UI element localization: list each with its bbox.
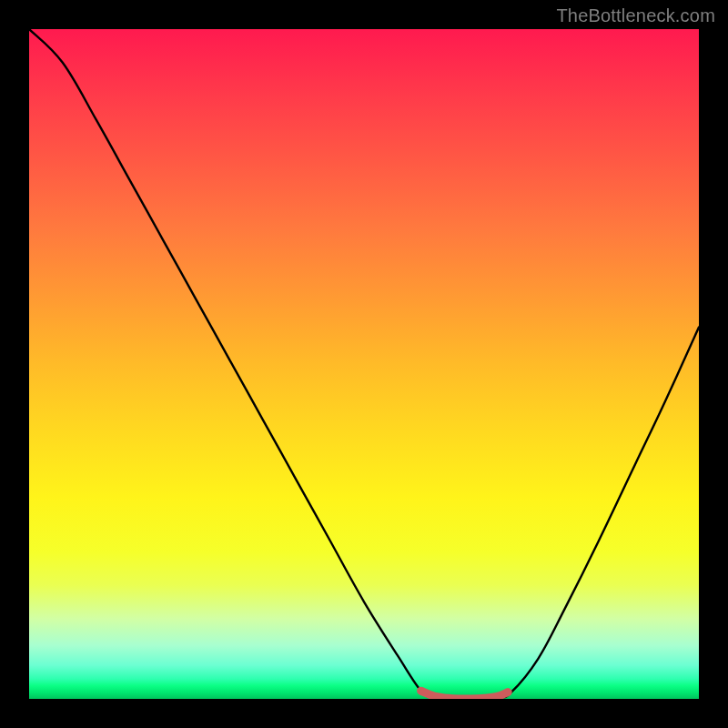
valley-marker [421,691,509,699]
curve-layer [29,29,699,699]
plot-area [29,29,699,699]
main-curve [29,29,699,699]
watermark-text: TheBottleneck.com [556,5,715,26]
chart-frame: TheBottleneck.com [0,0,728,728]
